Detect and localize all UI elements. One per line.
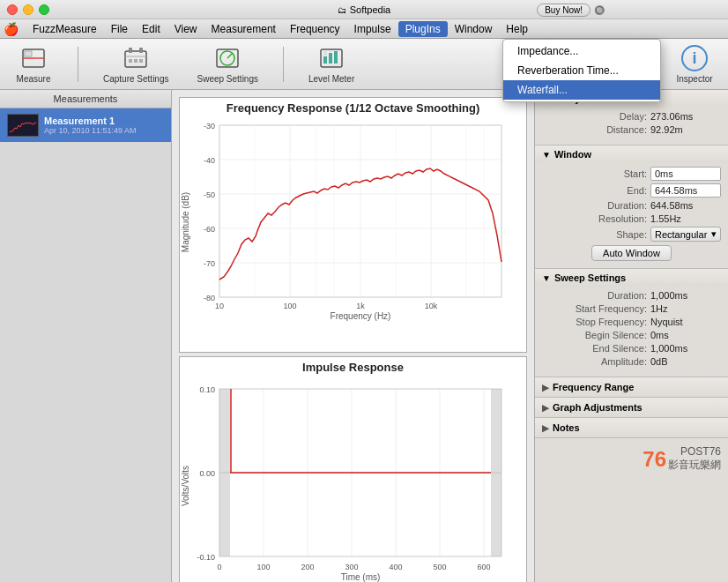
chevron-down-icon: ▾: [711, 228, 717, 240]
buy-now-button[interactable]: Buy Now!: [537, 4, 591, 17]
svg-rect-21: [8, 115, 38, 136]
frequency-chart: Frequency Response (1/12 Octave Smoothin…: [179, 97, 527, 353]
minimize-button[interactable]: [23, 4, 33, 15]
impulse-chart: Impulse Response Volts/Volts: [179, 356, 527, 582]
svg-rect-7: [129, 59, 132, 63]
duration-label: Duration:: [542, 200, 647, 211]
end-value[interactable]: 644.58ms: [650, 183, 721, 198]
svg-text:-0.10: -0.10: [197, 553, 215, 562]
svg-text:Magnitude (dB): Magnitude (dB): [181, 192, 190, 252]
svg-text:300: 300: [345, 563, 358, 571]
menu-edit[interactable]: Edit: [135, 21, 167, 37]
window-controls[interactable]: [7, 4, 49, 15]
measure-button[interactable]: Measure: [7, 41, 60, 87]
menu-reverberation[interactable]: Reverberation Time...: [503, 61, 660, 80]
inspector-button[interactable]: i Inspector: [668, 41, 721, 87]
svg-text:1k: 1k: [356, 302, 365, 310]
svg-text:-60: -60: [204, 225, 215, 234]
capture-label: Capture Settings: [103, 74, 169, 84]
menu-waterfall[interactable]: Waterfall...: [503, 80, 660, 100]
start-value[interactable]: 0ms: [650, 167, 721, 181]
freq-range-label: Frequency Range: [553, 382, 634, 392]
menu-help[interactable]: Help: [499, 21, 535, 37]
sweep-settings-button[interactable]: Sweep Settings: [190, 41, 266, 87]
amplitude-label: Amplitude:: [542, 356, 647, 367]
auto-window-button[interactable]: Auto Window: [591, 245, 672, 261]
buy-now-area: Buy Now! 🔘: [537, 0, 605, 19]
window-title: Window: [554, 149, 591, 160]
sweep-section: ▼ Sweep Settings Duration: 1,000ms Start…: [535, 269, 728, 377]
svg-text:-50: -50: [204, 190, 215, 199]
menu-impulse[interactable]: Impulse: [347, 21, 398, 37]
svg-rect-2: [25, 51, 32, 56]
svg-text:0.10: 0.10: [199, 385, 215, 394]
watermark-text1: 76: [643, 447, 666, 472]
close-button[interactable]: [7, 4, 18, 15]
end-label: End:: [542, 185, 647, 196]
svg-text:0: 0: [217, 563, 221, 571]
impulse-chart-svg: Volts/Volts: [180, 376, 515, 582]
start-row: Start: 0ms: [542, 167, 721, 181]
stop-freq-value: Nyquist: [650, 317, 721, 327]
svg-text:i: i: [692, 49, 696, 67]
center-content: Frequency Response (1/12 Octave Smoothin…: [172, 90, 534, 582]
delay-value: 273.06ms: [650, 111, 721, 122]
notes-section[interactable]: ▶ Notes: [535, 418, 728, 438]
measure-label: Measure: [17, 74, 51, 84]
maximize-button[interactable]: [39, 4, 49, 15]
right-panel: ▼ Delay Delay: 273.06ms Distance: 92.92m…: [534, 90, 728, 582]
window-content: Start: 0ms End: 644.58ms Duration: 644.5…: [535, 163, 728, 268]
apple-menu[interactable]: 🍎: [4, 22, 19, 36]
svg-text:400: 400: [389, 563, 402, 571]
menu-frequency[interactable]: Frequency: [283, 21, 347, 37]
delay-content: Delay: 273.06ms Distance: 92.92m: [535, 108, 728, 145]
svg-rect-14: [323, 56, 327, 63]
menu-measurement[interactable]: Measurement: [204, 21, 283, 37]
measurement-date: Apr 10, 2010 11:51:49 AM: [44, 126, 164, 135]
measure-icon: [19, 44, 48, 72]
svg-text:-40: -40: [204, 156, 215, 165]
notes-arrow: ▶: [542, 423, 549, 433]
svg-line-12: [227, 53, 233, 58]
svg-text:100: 100: [283, 302, 296, 310]
chart-container: Frequency Response (1/12 Octave Smoothin…: [172, 90, 534, 582]
stop-freq-row: Stop Frequency: Nyquist: [542, 317, 721, 327]
svg-text:Frequency (Hz): Frequency (Hz): [331, 311, 391, 321]
notes-label: Notes: [553, 422, 580, 433]
shape-select[interactable]: Rectangular ▾: [650, 227, 721, 242]
menu-plugins[interactable]: PlugIns: [398, 21, 448, 37]
level-meter-button[interactable]: Level Meter: [301, 41, 361, 87]
sweep-content: Duration: 1,000ms Start Frequency: 1Hz S…: [535, 287, 728, 377]
window-arrow: ▼: [542, 150, 551, 160]
svg-text:Time (ms): Time (ms): [341, 572, 381, 582]
svg-rect-18: [329, 51, 332, 52]
start-label: Start:: [542, 168, 647, 179]
svg-text:100: 100: [256, 563, 270, 571]
window-header[interactable]: ▼ Window: [535, 146, 728, 163]
capture-settings-button[interactable]: Capture Settings: [96, 41, 176, 87]
measurement-info: Measurement 1 Apr 10, 2010 11:51:49 AM: [44, 116, 164, 135]
start-freq-value: 1Hz: [650, 303, 721, 314]
measurement-item[interactable]: Measurement 1 Apr 10, 2010 11:51:49 AM: [0, 108, 171, 142]
graph-adjustments-section[interactable]: ▶ Graph Adjustments: [535, 398, 728, 418]
menu-window[interactable]: Window: [448, 21, 500, 37]
sidebar: Measurements Measurement 1 Apr 10, 2010 …: [0, 90, 172, 582]
frequency-range-section[interactable]: ▶ Frequency Range: [535, 377, 728, 398]
duration-row: Duration: 644.58ms: [542, 200, 721, 211]
sidebar-title: Measurements: [0, 90, 171, 108]
svg-rect-65: [491, 389, 501, 556]
measurement-thumb: [7, 114, 39, 137]
sweep-header[interactable]: ▼ Sweep Settings: [535, 269, 728, 287]
begin-silence-row: Begin Silence: 0ms: [542, 330, 721, 340]
menu-view[interactable]: View: [167, 21, 204, 37]
stop-freq-label: Stop Frequency:: [542, 317, 647, 327]
menu-file[interactable]: File: [104, 21, 135, 37]
end-row: End: 644.58ms: [542, 183, 721, 198]
distance-label: Distance:: [542, 124, 647, 135]
menu-fuzzmeasure[interactable]: FuzzMeasure: [26, 21, 104, 37]
menu-impedance[interactable]: Impedance...: [503, 41, 660, 61]
sweep-icon: [213, 44, 241, 72]
sweep-duration-value: 1,000ms: [650, 290, 721, 301]
window-section: ▼ Window Start: 0ms End: 644.58ms Durati…: [535, 146, 728, 269]
duration-value: 644.58ms: [650, 200, 721, 211]
